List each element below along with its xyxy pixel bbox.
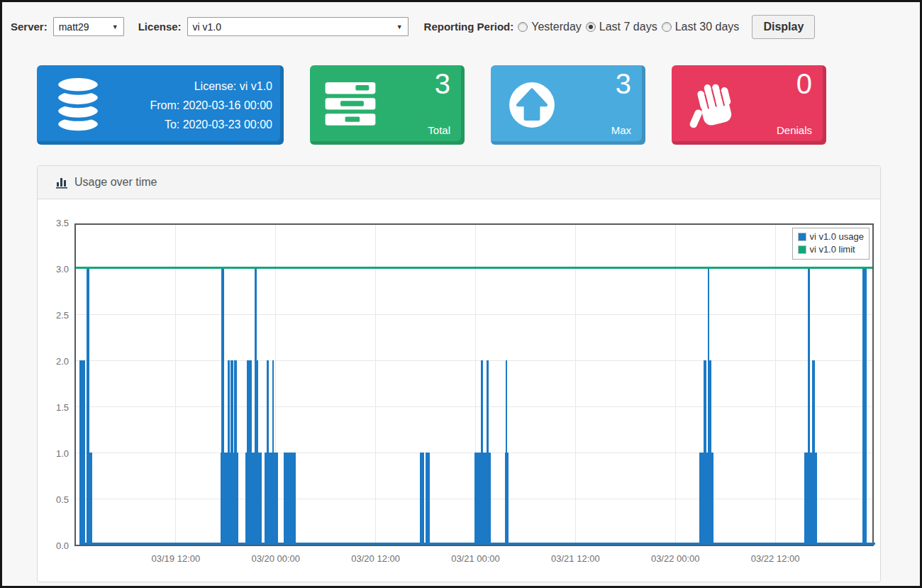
usage-bar xyxy=(507,453,509,545)
legend-usage-label: vi v1.0 usage xyxy=(809,231,864,243)
usage-chart: vi v1.0 usage vi v1.0 limit 03/19 12:000… xyxy=(38,199,880,582)
hand-stop-icon xyxy=(686,75,743,135)
y-axis-label: 1.0 xyxy=(38,448,69,459)
radio-icon[interactable] xyxy=(518,22,528,32)
bar-chart-icon xyxy=(56,176,68,189)
y-axis-label: 2.0 xyxy=(38,356,69,367)
radio-last-7-days[interactable]: Last 7 days xyxy=(586,21,657,33)
y-axis-label: 3.0 xyxy=(38,264,69,274)
radio-last-30-days[interactable]: Last 30 days xyxy=(662,21,740,33)
radio-last-7-days-label[interactable]: Last 7 days xyxy=(599,21,657,33)
usage-panel: Usage over time vi v1.0 usage vi v1.0 li… xyxy=(37,165,881,582)
from-line: From: 2020-03-16 00:00 xyxy=(105,96,272,115)
license-label: License: xyxy=(138,21,182,33)
usage-bar xyxy=(274,453,278,545)
server-select[interactable]: matt29 ▼ xyxy=(53,17,124,36)
x-axis-label: 03/21 00:00 xyxy=(451,553,500,564)
x-axis-label: 03/22 00:00 xyxy=(651,553,700,564)
usage-bar xyxy=(89,453,93,545)
chart-legend: vi v1.0 usage vi v1.0 limit xyxy=(792,228,870,260)
plot-area: vi v1.0 usage vi v1.0 limit xyxy=(74,223,874,546)
x-axis-label: 03/20 12:00 xyxy=(351,553,400,564)
denials-value: 0 xyxy=(796,68,812,100)
display-button[interactable]: Display xyxy=(752,15,815,39)
summary-cards: License: vi v1.0 From: 2020-03-16 00:00 … xyxy=(37,65,920,145)
usage-swatch xyxy=(798,233,806,241)
y-axis-label: 1.5 xyxy=(38,402,69,413)
usage-bar xyxy=(815,453,816,545)
max-value: 3 xyxy=(616,68,631,100)
reporting-period-label: Reporting Period: xyxy=(424,21,514,33)
usage-panel-header: Usage over time xyxy=(38,166,880,199)
toolbar: Server: matt29 ▼ License: vi v1.0 ▼ Repo… xyxy=(2,2,920,39)
chevron-down-icon: ▼ xyxy=(112,23,118,30)
server-label: Server: xyxy=(11,21,48,33)
usage-bar xyxy=(284,453,295,545)
panel-title: Usage over time xyxy=(74,176,157,189)
app-window: Server: matt29 ▼ License: vi v1.0 ▼ Repo… xyxy=(0,0,922,588)
usage-bar xyxy=(489,453,490,545)
y-axis-label: 2.5 xyxy=(38,310,69,321)
to-line: To: 2020-03-23 00:00 xyxy=(105,115,272,134)
usage-bar xyxy=(420,453,424,545)
license-select[interactable]: vi v1.0 ▼ xyxy=(187,17,409,36)
usage-bar xyxy=(237,453,238,545)
radio-icon[interactable] xyxy=(662,22,672,32)
total-value: 3 xyxy=(435,68,450,100)
radio-icon[interactable] xyxy=(586,22,596,32)
server-stack-icon xyxy=(324,78,377,132)
legend-limit-label: vi v1.0 limit xyxy=(809,243,855,256)
license-card-text: License: vi v1.0 From: 2020-03-16 00:00 … xyxy=(105,77,284,134)
max-card: 3 Max xyxy=(491,65,645,145)
license-select-value: vi v1.0 xyxy=(193,21,221,33)
x-axis-label: 03/19 12:00 xyxy=(152,553,201,564)
x-axis-label: 03/21 12:00 xyxy=(551,553,600,564)
license-line: License: vi v1.0 xyxy=(105,77,272,96)
server-select-value: matt29 xyxy=(59,21,89,33)
y-axis-label: 3.5 xyxy=(38,218,69,228)
arrow-up-circle-icon xyxy=(505,78,559,132)
limit-swatch xyxy=(798,245,806,254)
limit-line xyxy=(76,267,872,269)
database-icon xyxy=(51,74,105,135)
y-axis-label: 0.0 xyxy=(38,540,69,551)
y-axis-label: 0.5 xyxy=(38,494,69,505)
total-label: Total xyxy=(428,124,450,136)
denials-label: Denials xyxy=(777,124,812,136)
radio-last-30-days-label[interactable]: Last 30 days xyxy=(675,21,740,33)
radio-yesterday-label[interactable]: Yesterday xyxy=(531,21,582,33)
denials-card: 0 Denials xyxy=(672,65,826,145)
x-axis-label: 03/22 12:00 xyxy=(751,553,800,564)
usage-bar xyxy=(862,268,867,545)
usage-bar xyxy=(258,453,262,545)
usage-bar xyxy=(474,453,480,545)
usage-bar xyxy=(79,360,85,545)
license-summary-card: License: vi v1.0 From: 2020-03-16 00:00 … xyxy=(37,65,284,145)
usage-bar xyxy=(426,453,430,545)
radio-yesterday[interactable]: Yesterday xyxy=(518,21,582,33)
total-card: 3 Total xyxy=(310,65,465,145)
chevron-down-icon: ▼ xyxy=(396,23,403,30)
usage-bar xyxy=(247,360,252,545)
usage-bar xyxy=(711,453,714,545)
legend-item-usage[interactable]: vi v1.0 usage xyxy=(798,231,864,243)
legend-item-limit[interactable]: vi v1.0 limit xyxy=(798,243,864,256)
max-label: Max xyxy=(611,124,631,136)
x-axis-label: 03/20 00:00 xyxy=(251,553,300,564)
